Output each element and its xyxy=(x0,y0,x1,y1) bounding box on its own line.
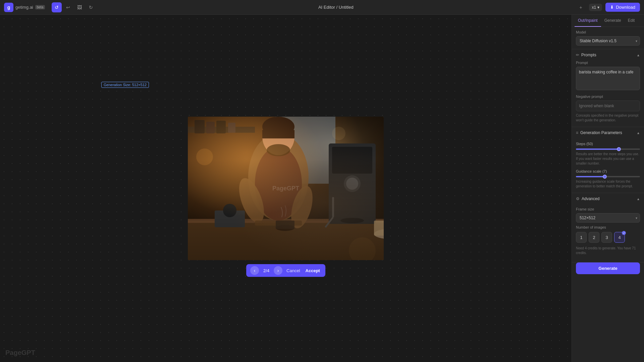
steps-slider-track xyxy=(576,148,640,150)
svg-point-37 xyxy=(332,127,345,140)
model-select[interactable]: Stable Diffusion v1.5 Stable Diffusion v… xyxy=(576,36,640,46)
right-panel: Out/Inpaint Generate Edit Model Stable D… xyxy=(572,15,644,362)
steps-slider-thumb xyxy=(617,147,621,151)
model-section: Model Stable Diffusion v1.5 Stable Diffu… xyxy=(572,27,644,49)
num-images-row: 1 2 3 4 ✓ xyxy=(576,232,640,243)
negative-prompt-hint: Concepts specified in the negative promp… xyxy=(576,113,640,123)
advanced-label: Advanced xyxy=(582,196,599,201)
svg-point-33 xyxy=(276,225,294,231)
topbar: g getimg.ai beta ↺ ↩ 🖼 ↻ AI Editor / Unt… xyxy=(0,0,644,15)
svg-point-14 xyxy=(344,175,361,192)
main-image: PageGPT xyxy=(188,117,384,260)
tab-edit[interactable]: Edit xyxy=(625,15,638,27)
refresh-tool-button[interactable]: ↻ xyxy=(86,2,96,12)
zoom-control[interactable]: x1 ▾ xyxy=(589,4,602,11)
accept-button[interactable]: Accept xyxy=(304,267,321,274)
frame-size-select-wrapper: 512×512 768×768 1024×1024 ▾ xyxy=(576,213,640,223)
gen-params-chevron-icon: ▲ xyxy=(637,131,640,135)
undo-button[interactable]: ↩ xyxy=(63,2,73,12)
svg-rect-34 xyxy=(276,221,294,229)
add-button[interactable]: + xyxy=(576,2,586,12)
download-button[interactable]: ⬇ Download xyxy=(605,3,640,12)
panel-tabs: Out/Inpaint Generate Edit xyxy=(572,15,644,27)
pencil-icon: ✏ xyxy=(576,53,579,57)
model-select-wrapper: Stable Diffusion v1.5 Stable Diffusion v… xyxy=(576,36,640,46)
tab-out-inpaint[interactable]: Out/Inpaint xyxy=(575,15,601,27)
page-title: AI Editor / Untitled xyxy=(99,5,573,10)
prompt-label: Prompt xyxy=(576,61,640,65)
gen-params-content: Steps (50) Results are better the more s… xyxy=(572,142,644,193)
svg-rect-28 xyxy=(255,221,302,226)
active-tool-button[interactable]: ↺ xyxy=(52,2,62,12)
frame-size-select[interactable]: 512×512 768×768 1024×1024 xyxy=(576,213,640,223)
svg-rect-8 xyxy=(275,117,335,184)
svg-line-19 xyxy=(325,217,333,227)
image-current: 2 xyxy=(263,268,266,273)
beta-badge: beta xyxy=(35,5,45,9)
image-background: PageGPT xyxy=(188,117,384,260)
num-images-4-button[interactable]: 4 ✓ xyxy=(614,232,625,243)
num-images-3-button[interactable]: 3 xyxy=(601,232,612,243)
prompts-section-header[interactable]: ✏ Prompts ▲ xyxy=(572,49,644,61)
bottom-watermark: PageGPT xyxy=(5,349,35,357)
svg-point-31 xyxy=(374,229,384,239)
settings-icon: ⚙ xyxy=(576,196,580,201)
svg-rect-18 xyxy=(332,197,334,217)
svg-rect-12 xyxy=(329,143,376,224)
main-area: Generation Size: 512×512 xyxy=(0,15,644,362)
svg-rect-24 xyxy=(262,130,294,138)
svg-point-23 xyxy=(262,117,294,137)
generation-params-header[interactable]: ≡ Generation Parameters ▲ xyxy=(572,127,644,138)
svg-rect-13 xyxy=(332,147,372,174)
generation-params-section: ≡ Generation Parameters ▲ Steps (50) Res… xyxy=(572,127,644,193)
zoom-chevron-icon: ▾ xyxy=(597,5,599,10)
logo: g getimg.ai beta xyxy=(4,3,45,12)
logo-icon: g xyxy=(4,3,13,12)
guidance-slider-fill xyxy=(576,176,605,177)
prompts-chevron-icon: ▲ xyxy=(637,53,640,57)
image-tool-button[interactable]: 🖼 xyxy=(74,2,85,12)
advanced-chevron-icon: ▲ xyxy=(637,197,640,201)
toolbar: ↺ ↩ 🖼 ↻ xyxy=(52,2,96,12)
svg-rect-16 xyxy=(339,207,366,221)
advanced-section-header[interactable]: ⚙ Advanced ▲ xyxy=(572,193,644,204)
frame-size-label: Frame size xyxy=(576,207,640,211)
steps-label: Steps (50) xyxy=(576,142,640,146)
svg-point-22 xyxy=(262,118,294,155)
generate-button[interactable]: Generate xyxy=(576,262,640,274)
negative-prompt-label: Negative prompt xyxy=(576,95,640,99)
image-counter: 2/4 xyxy=(262,268,271,273)
negative-prompt-input[interactable] xyxy=(576,101,640,111)
svg-point-17 xyxy=(340,218,364,223)
svg-rect-29 xyxy=(215,210,245,227)
cancel-button[interactable]: Cancel xyxy=(285,267,301,274)
prompt-input[interactable]: barista making coffee in a cafe xyxy=(576,67,640,90)
generation-size-label: Generation Size: 512×512 xyxy=(101,82,149,88)
steps-hint: Results are better the more steps you us… xyxy=(576,152,640,166)
advanced-header-left: ⚙ Advanced xyxy=(576,196,599,201)
svg-rect-7 xyxy=(228,123,235,133)
svg-point-20 xyxy=(248,133,309,221)
svg-rect-10 xyxy=(188,221,384,260)
model-label: Model xyxy=(576,30,640,34)
generate-label: Generate xyxy=(598,266,617,271)
prompts-section: ✏ Prompts ▲ Prompt barista making coffee… xyxy=(572,49,644,127)
prompts-label: Prompts xyxy=(581,53,596,57)
svg-rect-32 xyxy=(374,221,384,236)
advanced-section: ⚙ Advanced ▲ Frame size 512×512 768×768 … xyxy=(572,193,644,262)
svg-rect-9 xyxy=(275,117,335,184)
num-images-2-button[interactable]: 2 xyxy=(589,232,599,243)
svg-point-35 xyxy=(196,148,213,165)
image-container: PageGPT ‹ 2/4 › Cancel Accept xyxy=(188,117,384,260)
svg-point-26 xyxy=(234,175,269,226)
num-images-1-button[interactable]: 1 xyxy=(576,232,587,243)
tab-generate[interactable]: Generate xyxy=(601,15,625,27)
gen-params-header-left: ≡ Generation Parameters xyxy=(576,130,622,135)
prev-image-button[interactable]: ‹ xyxy=(250,266,259,275)
download-label: Download xyxy=(616,5,635,10)
canvas-area[interactable]: Generation Size: 512×512 xyxy=(0,15,572,362)
next-image-button[interactable]: › xyxy=(274,266,282,275)
image-navigation: ‹ 2/4 › Cancel Accept xyxy=(246,264,325,277)
sliders-icon: ≡ xyxy=(576,130,578,135)
image-total: 4 xyxy=(267,268,269,273)
